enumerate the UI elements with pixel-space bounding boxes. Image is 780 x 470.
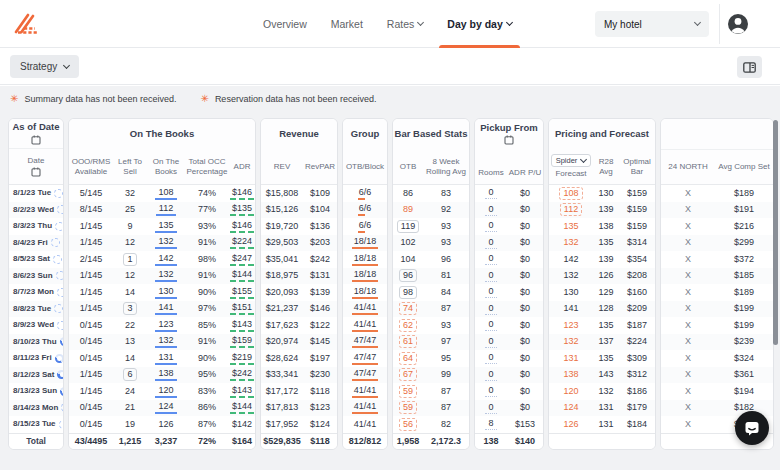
cell-lts: 24 [113,383,147,400]
col-ooo-rms-available: OOO/RMS Available [69,149,113,184]
cell-adr_pu: $0 [507,185,543,202]
table-row: 8/10/23 Thu [9,334,63,351]
table-row: 141128$209 [549,301,655,318]
cell-spider: 108 [549,185,593,202]
cell-ooo: 1/145 [69,383,113,400]
date-label: 8/10/23 Thu [13,338,57,346]
table-row: 10496 [393,251,469,268]
cell-revpar: $124 [303,416,337,433]
table-total-row: Total [9,433,63,450]
table-row: 8/12/23 Sat [9,367,63,384]
brand-logo-icon[interactable] [12,11,46,41]
cell-date[interactable]: 8/7/23 Mon [9,284,63,301]
cell-comp: $372 [715,251,773,268]
cell-adr: $144 [229,268,255,285]
table-total-row: 812/812 [343,433,387,450]
cell-adr_pu: $153 [507,416,543,433]
date-label: 8/1/23 Tue [13,189,51,197]
column-settings-button[interactable] [737,56,762,78]
table-row: 135138$159 [549,218,655,235]
cell-date[interactable]: 8/13/23 Sun [9,383,63,400]
cell-north: X [661,202,715,219]
table-row: 0$0 [475,400,543,417]
cell-date[interactable]: 8/15/23 Tue [9,416,63,433]
cell-rev: $15,808 [261,185,303,202]
cell-optimal: $187 [619,317,655,334]
data-progress-pending-icon [54,189,63,198]
cell-date[interactable]: 8/4/23 Fri [9,235,63,252]
cell-date[interactable]: 8/5/23 Sat [9,251,63,268]
table-row: 5987 [393,400,469,417]
cell-rev: $28,624 [261,350,303,367]
cell-spider: 130 [549,284,593,301]
cell-lts: 14 [113,284,147,301]
col-rooms: Rooms [475,168,507,178]
cell-date[interactable]: 8/12/23 Sat [9,367,63,384]
cell-date[interactable]: 8/3/23 Thu [9,218,63,235]
cell-block: 41/41 [343,317,387,334]
cell-rooms: 0 [475,350,507,367]
cell-date[interactable]: 8/2/23 Wed [9,202,63,219]
table-row: 7487 [393,301,469,318]
cell-rev: $17,623 [261,317,303,334]
cell-date[interactable]: 8/14/23 Mon [9,400,63,417]
cell-rev: $529,835 [261,434,303,450]
cell-date[interactable]: 8/1/23 Tue [9,185,63,202]
strategy-dropdown-button[interactable]: Strategy [10,55,79,78]
cell-wk8: 87 [423,383,469,400]
cell-date: Total [9,434,63,450]
nav-rates[interactable]: Rates [387,0,423,48]
cell-books: 132 [147,235,185,252]
hotel-select[interactable]: My hotel [595,11,709,37]
cell-lts: 9 [113,218,147,235]
cell-comp: $299 [715,235,773,252]
cell-date[interactable]: 8/9/23 Wed [9,317,63,334]
cell-r28: 143 [593,367,619,384]
date-label: 8/15/23 Tue [13,420,56,428]
cell-adr: $143 [229,383,255,400]
nav-day-by-day[interactable]: Day by day [447,0,511,48]
nav-overview[interactable]: Overview [263,0,307,48]
cell-spider: 138 [549,367,593,384]
nav-market[interactable]: Market [331,0,363,48]
cell-books: 132 [147,268,185,285]
cell-date[interactable]: 8/8/23 Tue [9,301,63,318]
cell-date[interactable]: 8/10/23 Thu [9,334,63,351]
cell-adr_pu: $0 [507,334,543,351]
cell-north: X [661,367,715,384]
table-row: 18/18 [343,268,387,285]
cell-wk8: 99 [423,367,469,384]
user-avatar[interactable] [727,13,749,35]
group-pickup-from-label: Pickup From [480,123,538,133]
group-group-label: Group [351,129,380,139]
cell-block: 6/6 [343,202,387,219]
table-row: 120132$186 [549,383,655,400]
table-row: 6/6 [343,202,387,219]
cell-rooms: 0 [475,218,507,235]
chevron-down-icon [580,156,587,163]
calendar-icon[interactable] [31,135,41,145]
cell-rooms: 0 [475,301,507,318]
cell-bar: 59 [393,383,423,400]
table-row: 112139$159 [549,202,655,219]
cell-adr: $224 [229,235,255,252]
spider-forecast-select[interactable]: Spider [551,154,592,167]
calendar-icon[interactable] [504,135,514,145]
cell-date[interactable]: 8/6/23 Sun [9,268,63,285]
table-row: 47/47 [343,350,387,367]
chat-widget-button[interactable] [735,411,769,445]
table-row: 0$0 [475,235,543,252]
cell-date[interactable]: 8/11/23 Fri [9,350,63,367]
vertical-scrollbar-thumb[interactable] [773,120,778,345]
cell-north: X [661,383,715,400]
cell-lts: 25 [113,202,147,219]
table-row: X$216 [661,218,773,235]
cell-r28: 135 [593,350,619,367]
cell-adr: $151 [229,301,255,318]
cell-occ: 85% [185,317,229,334]
calendar-icon[interactable] [31,167,41,177]
table-row: 8/15/23 Tue [9,416,63,433]
data-progress-half-icon [60,337,64,346]
table-row: 41/41 [343,301,387,318]
revenue-card: Revenue REV RevPAR $15,808$109$15,126$10… [260,118,338,450]
